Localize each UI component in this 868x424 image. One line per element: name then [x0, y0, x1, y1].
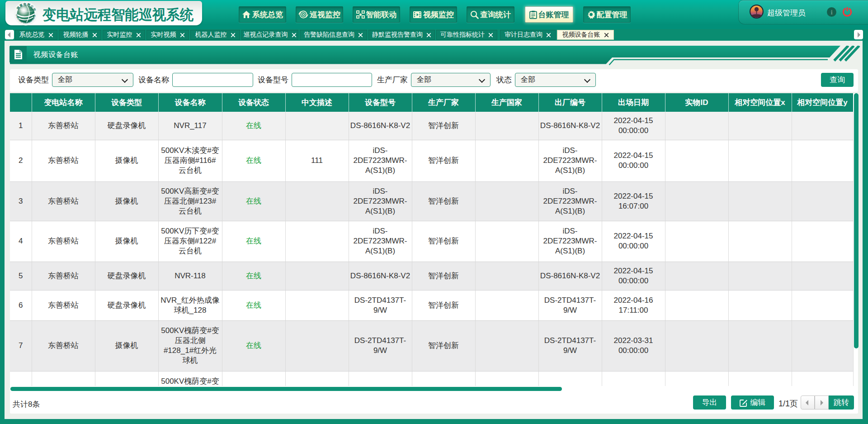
svg-text:i: i [830, 9, 832, 16]
